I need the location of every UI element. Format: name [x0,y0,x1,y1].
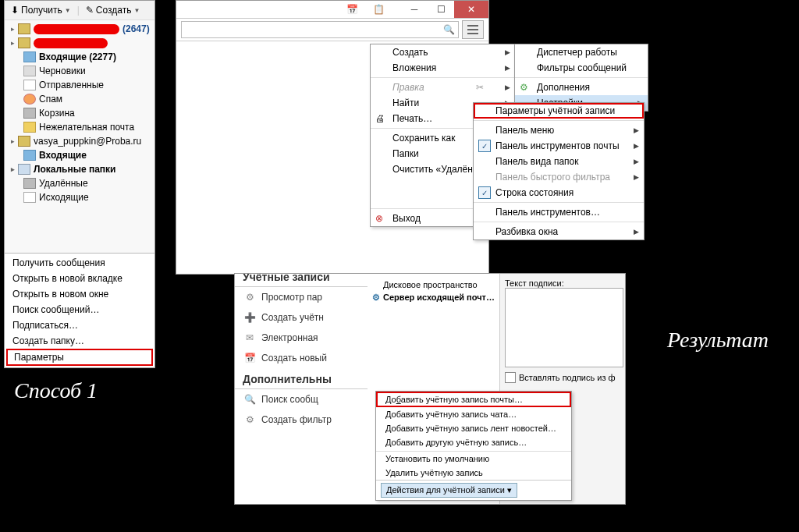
spam-icon [23,94,36,105]
arrow-right-icon: ▶ [634,228,639,236]
filter-icon: ⚙ [243,414,257,425]
menu-toolbars[interactable]: Панель инструментов… [474,202,644,220]
sent-icon [23,80,36,90]
advanced-heading: Дополнительны [235,368,368,389]
ctx-open-window[interactable]: Открыть в новом окне [5,286,154,302]
trash-folder[interactable]: Корзина [5,106,154,120]
arrow-right-icon: ▶ [634,142,639,150]
set-default[interactable]: Установить по умолчанию [376,451,571,466]
inbox-folder[interactable]: Входящие (2277) [5,50,154,64]
unread-count: (2647) [123,23,150,34]
expand-icon[interactable]: ▸ [11,165,15,173]
edit-icon: ✎ [86,5,94,16]
delete-account[interactable]: Удалить учётную запись [376,466,571,480]
create-filter[interactable]: ⚙Создать фильтр [235,410,368,430]
address-bar: 🔍 [176,19,488,41]
local-folders[interactable]: ▸ Локальные папки [5,162,154,176]
signature-textarea[interactable] [505,288,623,367]
result-panel: Учётные записи ⚙Просмотр пар ➕Создать уч… [234,273,626,505]
settings-left-pane: Учётные записи ⚙Просмотр пар ➕Создать уч… [235,274,368,504]
folder-label: Нежелательная почта [39,122,134,133]
account-actions-button[interactable]: Действия для учётной записи ▾ [381,483,517,498]
add-chat-account[interactable]: Добавить учётную запись чата… [376,407,571,421]
close-button[interactable]: ✕ [454,1,488,18]
account-2[interactable]: ▸ vasya_puppkin@Proba.ru [5,134,154,148]
app-menu-button[interactable] [462,20,484,39]
exit-icon: ⊗ [375,213,383,224]
create-account[interactable]: ➕Создать учётн [235,307,368,328]
expand-icon[interactable]: ▸ [11,25,15,33]
menu-create[interactable]: Создать▶ [371,44,515,60]
deleted-folder[interactable]: Удалённые [5,176,154,190]
search-messages[interactable]: 🔍Поиск сообщ [235,389,368,410]
ctx-subscribe[interactable]: Подписаться… [5,317,154,333]
view-settings[interactable]: ⚙Просмотр пар [235,287,368,307]
add-feed-account[interactable]: Добавить учётную запись лент новостей… [376,421,571,435]
account-1b[interactable]: ▸ [5,36,154,50]
email-item[interactable]: ✉Электронная [235,328,368,348]
arrow-right-icon: ▶ [634,126,639,134]
inbox-icon [23,51,36,62]
sent-folder[interactable]: Отправленные [5,78,154,92]
outgoing-folder[interactable]: Исходящие [5,190,154,204]
checkbox-icon[interactable] [505,372,516,383]
ctx-parameters[interactable]: Параметры [6,349,153,366]
add-other-account[interactable]: Добавить другую учётную запись… [376,435,571,449]
account-1[interactable]: ▸ (2647) [5,22,154,36]
search-input[interactable]: 🔍 [181,21,459,38]
account-icon [18,23,30,34]
ctx-open-tab[interactable]: Открыть в новой вкладке [5,271,154,286]
drafts-folder[interactable]: Черновики [5,64,154,78]
arrow-right-icon: ▶ [634,158,639,165]
expand-icon[interactable]: ▸ [11,137,15,145]
menu-dispatcher[interactable]: Диспетчер работы [515,44,648,60]
folder-label: Спам [39,94,62,105]
cut-icon: ✂ [476,82,484,93]
folder-label: Входящие (2277) [39,51,116,62]
redacted-account-name [34,38,108,48]
create-new[interactable]: 📅Создать новый [235,348,368,368]
settings-submenu: Параметры учётной записи Панель меню▶ ✓П… [473,102,645,240]
arrow-right-icon: ▶ [505,48,510,56]
smtp-server[interactable]: Сервер исходящей почт… [372,291,495,303]
ctx-get-messages[interactable]: Получить сообщения [5,255,154,271]
calendar-icon-btn[interactable]: 📅 [339,1,365,18]
local-icon [18,164,30,175]
printer-icon: 🖨 [375,113,385,124]
junk-folder[interactable]: Нежелательная почта [5,120,154,134]
outbox-icon [23,192,36,203]
menu-folder-pane[interactable]: Панель вида папок▶ [474,154,644,169]
menu-mail-toolbar[interactable]: ✓Панель инструментов почты▶ [474,138,644,154]
add-mail-account[interactable]: Добавить учётную запись почты… [376,392,571,407]
menu-addons[interactable]: ⚙Дополнения [515,77,648,95]
app-menu-right: Диспетчер работы Фильтры сообщений ⚙Допо… [514,44,648,112]
context-menu: Получить сообщения Открыть в новой вклад… [5,253,154,367]
search-icon: 🔍 [443,24,455,35]
folder-label: Входящие [39,150,87,161]
menu-status-bar[interactable]: ✓Строка состояния [474,185,644,200]
folder-label: Отправленные [39,80,104,90]
menu-filters[interactable]: Фильтры сообщений [515,60,648,76]
inbox2-folder[interactable]: Входящие [5,148,154,162]
create-button[interactable]: ✎ Создать ▼ [83,3,144,17]
folder-label: Локальные папки [34,164,116,175]
expand-icon[interactable]: ▸ [11,39,15,47]
menu-attachments[interactable]: Вложения▶ [371,60,515,76]
sidebar-toolbar: ⬇ Получить ▼ | ✎ Создать ▼ [5,1,154,20]
account-label: vasya_puppkin@Proba.ru [34,136,141,147]
menu-menu-bar[interactable]: Панель меню▶ [474,120,644,138]
trash-icon [23,108,36,119]
ctx-search[interactable]: Поиск сообщений… [5,302,154,317]
get-button[interactable]: ⬇ Получить ▼ [8,3,74,17]
menu-account-settings[interactable]: Параметры учётной записи [474,103,644,119]
junk-icon [23,122,36,133]
redacted-account-name [34,24,119,34]
minimize-button[interactable]: ─ [401,1,428,18]
ctx-new-folder[interactable]: Создать папку… [5,333,154,349]
spam-folder[interactable]: Спам [5,92,154,106]
insert-sig-row[interactable]: Вставлять подпись из ф [505,372,620,383]
tasks-icon-btn[interactable]: 📋 [365,1,392,18]
disk-space[interactable]: Дисковое пространство [372,278,495,291]
maximize-button[interactable]: ☐ [428,1,454,18]
menu-layout[interactable]: Разбивка окна▶ [474,222,644,239]
